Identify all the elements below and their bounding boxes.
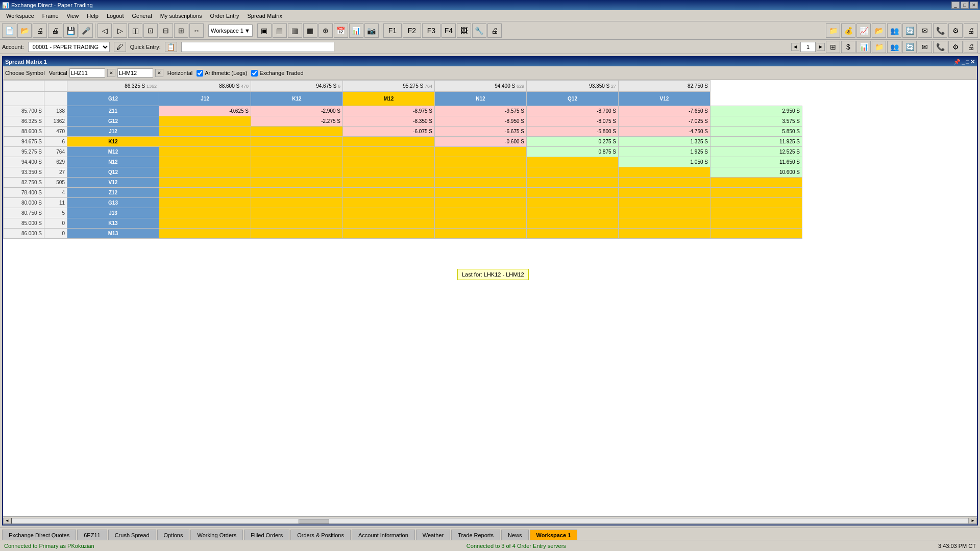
tool3-button[interactable]: ◫: [128, 23, 142, 38]
m13-v12[interactable]: [710, 229, 802, 239]
m12-name[interactable]: M12: [67, 147, 159, 157]
menu-help[interactable]: Help: [83, 12, 103, 20]
rt10-button[interactable]: 🖨: [964, 23, 978, 38]
sm-minimize-button[interactable]: _: [962, 59, 965, 65]
f1-button[interactable]: F1: [383, 23, 402, 38]
layout5-button[interactable]: ⊕: [318, 23, 333, 38]
j12-q12[interactable]: -4.750 S: [619, 127, 710, 137]
rt1-button[interactable]: 📁: [826, 23, 840, 38]
k13-m12[interactable]: [435, 218, 527, 229]
z12-v12[interactable]: [710, 188, 802, 198]
open-button[interactable]: 📂: [17, 23, 32, 38]
n12-j12[interactable]: [251, 157, 343, 167]
sm-maximize-button[interactable]: □: [966, 59, 969, 65]
settings-button[interactable]: ⚙: [948, 41, 963, 53]
rt8-button[interactable]: 📞: [933, 23, 947, 38]
menu-spread-matrix[interactable]: Spread Matrix: [243, 12, 286, 20]
v12-j12[interactable]: [251, 178, 343, 188]
g12-q12[interactable]: -7.025 S: [619, 116, 710, 127]
m13-n12[interactable]: [527, 229, 619, 239]
g13-q12[interactable]: [619, 198, 710, 208]
layout2-button[interactable]: ▤: [273, 23, 287, 38]
tool1-button[interactable]: ◁: [97, 23, 112, 38]
tab-exchange-direct-quotes[interactable]: Exchange Direct Quotes: [2, 530, 76, 540]
page-prev-button[interactable]: ◄: [791, 43, 799, 51]
z11-name[interactable]: Z11: [67, 106, 159, 116]
f7-button[interactable]: 🖨: [487, 23, 502, 38]
z11-m12[interactable]: -9.575 S: [435, 106, 527, 116]
sm-pin-button[interactable]: 📌: [953, 59, 961, 65]
tab-filled-orders[interactable]: Filled Orders: [244, 530, 289, 540]
z11-g12[interactable]: -0.625 S: [159, 106, 251, 116]
grid-button[interactable]: ⊞: [826, 41, 840, 53]
j12-k12[interactable]: -6.075 S: [343, 127, 435, 137]
tab-crush-spread[interactable]: Crush Spread: [108, 530, 156, 540]
users-button[interactable]: 👥: [887, 41, 901, 53]
z12-m12[interactable]: [435, 188, 527, 198]
f6-button[interactable]: 🔧: [472, 23, 486, 38]
z12-q12[interactable]: [619, 188, 710, 198]
j13-n12[interactable]: [527, 208, 619, 218]
n12-q12[interactable]: 1.050 S: [619, 157, 710, 167]
q12-v12[interactable]: 10.600 S: [710, 167, 802, 178]
g13-v12[interactable]: [710, 198, 802, 208]
vertical-input2[interactable]: [117, 68, 153, 78]
j12-m12[interactable]: -6.675 S: [435, 127, 527, 137]
j13-q12[interactable]: [619, 208, 710, 218]
menu-frame[interactable]: Frame: [38, 12, 63, 20]
g13-g12[interactable]: [159, 198, 251, 208]
rt7-button[interactable]: ✉: [918, 23, 932, 38]
g13-j12[interactable]: [251, 198, 343, 208]
col-header-q12[interactable]: Q12: [527, 92, 619, 106]
j13-v12[interactable]: [710, 208, 802, 218]
rt4-button[interactable]: 📂: [872, 23, 886, 38]
n12-g12[interactable]: [159, 157, 251, 167]
n12-n12[interactable]: [527, 157, 619, 167]
layout1-button[interactable]: ▣: [257, 23, 272, 38]
refresh-button[interactable]: 🔄: [902, 41, 917, 53]
g13-name[interactable]: G13: [67, 198, 159, 208]
tab-weather[interactable]: Weather: [416, 530, 450, 540]
n12-name[interactable]: N12: [67, 157, 159, 167]
m13-j12[interactable]: [251, 229, 343, 239]
z11-v12[interactable]: 2.950 S: [710, 106, 802, 116]
j12-v12[interactable]: 5.850 S: [710, 127, 802, 137]
save-button[interactable]: 💾: [63, 23, 78, 38]
k12-g12[interactable]: [159, 137, 251, 147]
k13-q12[interactable]: [619, 218, 710, 229]
f3-button[interactable]: F3: [422, 23, 440, 38]
scroll-left-button[interactable]: ◄: [3, 518, 11, 524]
j13-j12[interactable]: [251, 208, 343, 218]
col-header-j12[interactable]: J12: [159, 92, 251, 106]
z11-q12[interactable]: -7.650 S: [619, 106, 710, 116]
g13-m12[interactable]: [435, 198, 527, 208]
tool5-button[interactable]: ⊟: [159, 23, 173, 38]
j12-n12[interactable]: -5.800 S: [527, 127, 619, 137]
m12-m12[interactable]: [435, 147, 527, 157]
m13-q12[interactable]: [619, 229, 710, 239]
q12-g12[interactable]: [159, 167, 251, 178]
j13-name[interactable]: J13: [67, 208, 159, 218]
rt3-button[interactable]: 📈: [856, 23, 871, 38]
scroll-right-button[interactable]: ►: [969, 518, 977, 524]
workspace-dropdown-icon[interactable]: ▼: [244, 28, 250, 34]
k12-k12[interactable]: [343, 137, 435, 147]
m12-k12[interactable]: [343, 147, 435, 157]
k13-g12[interactable]: [159, 218, 251, 229]
tab-options[interactable]: Options: [157, 530, 190, 540]
sm-close-button[interactable]: ✕: [970, 59, 975, 65]
v12-q12[interactable]: [619, 178, 710, 188]
layout3-button[interactable]: ▥: [288, 23, 302, 38]
z12-n12[interactable]: [527, 188, 619, 198]
grid-container[interactable]: 86.325 S 1362 88.600 S 470 94.675 S 6 95…: [3, 80, 977, 516]
v12-name[interactable]: V12: [67, 178, 159, 188]
g12-name[interactable]: G12: [67, 116, 159, 127]
dollar-button[interactable]: $: [841, 41, 855, 53]
phone-button[interactable]: 📞: [933, 41, 947, 53]
k13-name[interactable]: K13: [67, 218, 159, 229]
v12-m12[interactable]: [435, 178, 527, 188]
col-header-g12[interactable]: G12: [67, 92, 159, 106]
z12-g12[interactable]: [159, 188, 251, 198]
layout4-button[interactable]: ▦: [303, 23, 317, 38]
account-action-button[interactable]: 🖊: [114, 42, 126, 52]
